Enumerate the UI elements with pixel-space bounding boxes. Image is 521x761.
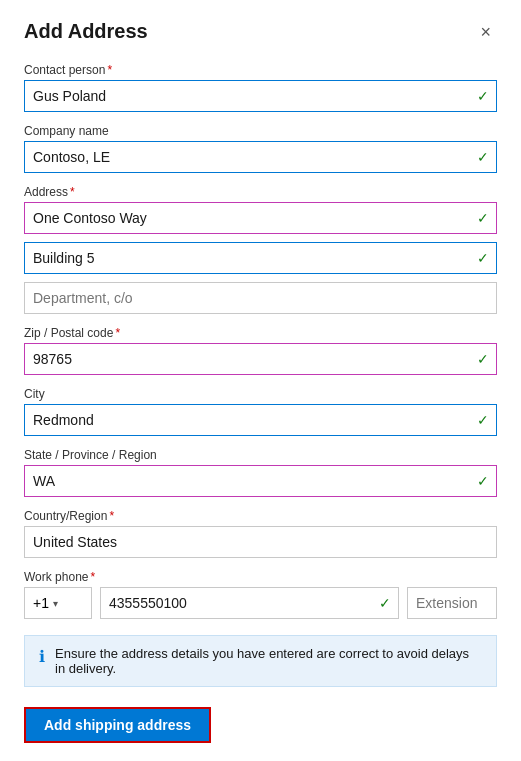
state-label: State / Province / Region [24,448,497,462]
address-label: Address* [24,185,497,199]
company-name-label: Company name [24,124,497,138]
address-field-group: Address* ✓ ✓ [24,185,497,314]
work-phone-required-star: * [90,570,95,584]
contact-person-field: Contact person* ✓ [24,63,497,112]
address-line3-input[interactable] [24,282,497,314]
zip-input[interactable] [24,343,497,375]
address-required-star: * [70,185,75,199]
phone-number-wrapper: ✓ [100,587,399,619]
close-button[interactable]: × [474,21,497,43]
dialog-title: Add Address [24,20,148,43]
zip-required-star: * [115,326,120,340]
phone-row: +1 ▾ ✓ [24,587,497,619]
address-line1-input[interactable] [24,202,497,234]
phone-prefix-selector[interactable]: +1 ▾ [24,587,92,619]
address-line2-wrapper: ✓ [24,242,497,274]
contact-person-input-wrapper: ✓ [24,80,497,112]
city-label: City [24,387,497,401]
address-line2-input[interactable] [24,242,497,274]
address-line1-wrapper: ✓ [24,202,497,234]
contact-person-input[interactable] [24,80,497,112]
zip-label: Zip / Postal code* [24,326,497,340]
address-line3-wrapper [24,282,497,314]
country-label: Country/Region* [24,509,497,523]
country-input-wrapper [24,526,497,558]
city-input[interactable] [24,404,497,436]
city-field: City ✓ [24,387,497,436]
phone-prefix-value: +1 [33,595,49,611]
state-field: State / Province / Region ✓ [24,448,497,497]
required-star: * [107,63,112,77]
info-banner-text: Ensure the address details you have ente… [55,646,482,676]
address-fields: ✓ ✓ [24,202,497,314]
country-required-star: * [109,509,114,523]
company-name-input[interactable] [24,141,497,173]
add-shipping-address-button[interactable]: Add shipping address [24,707,211,743]
info-banner: ℹ Ensure the address details you have en… [24,635,497,687]
zip-field: Zip / Postal code* ✓ [24,326,497,375]
dialog-header: Add Address × [24,20,497,43]
city-input-wrapper: ✓ [24,404,497,436]
state-input-wrapper: ✓ [24,465,497,497]
work-phone-label: Work phone* [24,570,497,584]
country-input[interactable] [24,526,497,558]
add-address-dialog: Add Address × Contact person* ✓ Company … [0,0,521,761]
state-input[interactable] [24,465,497,497]
dialog-footer: Add shipping address [24,707,497,743]
company-name-field: Company name ✓ [24,124,497,173]
country-field: Country/Region* [24,509,497,558]
info-icon: ℹ [39,647,45,666]
work-phone-field: Work phone* +1 ▾ ✓ [24,570,497,619]
extension-input[interactable] [407,587,497,619]
chevron-down-icon: ▾ [53,598,58,609]
phone-number-input[interactable] [100,587,399,619]
contact-person-label: Contact person* [24,63,497,77]
company-name-input-wrapper: ✓ [24,141,497,173]
zip-input-wrapper: ✓ [24,343,497,375]
